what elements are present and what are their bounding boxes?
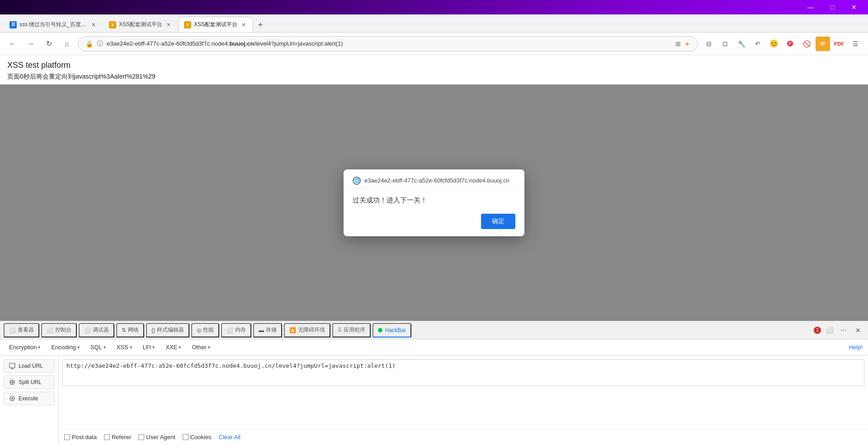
devtools-more-button[interactable]: ⋯	[837, 324, 850, 337]
accessibility-icon: 🔼	[289, 327, 296, 333]
console-label: 控制台	[55, 326, 71, 334]
dialog-overlay: 🌐 e3ae24e2-ebff-477c-a52e-60fcfd5d3f7c.n…	[0, 84, 868, 321]
url-text-bold: buuoj.cn	[230, 40, 254, 47]
dialog-ok-button[interactable]: 确定	[481, 214, 515, 229]
dialog-body: 过关成功！进入下一关！	[344, 189, 524, 214]
forward-button[interactable]: →	[24, 37, 38, 51]
user-agent-checkbox[interactable]	[138, 434, 144, 440]
devtools-tab-memory[interactable]: ⬜ 内存	[221, 323, 251, 337]
referer-checkbox[interactable]	[104, 434, 110, 440]
close-button[interactable]: ✕	[844, 0, 864, 14]
minimize-button[interactable]: —	[800, 0, 821, 14]
devtools-tab-application[interactable]: ⠿ 应用程序	[332, 323, 371, 337]
hackbar-options: Post data Referer User Agent Cookies Cle…	[59, 429, 868, 445]
hackbar-url-area	[59, 356, 868, 429]
url-text-end: /level4?jumpUrl=javascript:alert(1)	[254, 40, 343, 47]
hackbar-menu-other[interactable]: Other ▾	[188, 342, 214, 352]
block-icon[interactable]: 🚫	[799, 37, 814, 51]
hackbar-menu-sql[interactable]: SQL ▾	[87, 342, 109, 352]
hackbar-menu-encryption[interactable]: Encryption ▾	[5, 342, 44, 352]
tab-3[interactable]: X XSS配套测试平台 ✕	[178, 17, 253, 32]
user-agent-label[interactable]: User Agent	[138, 434, 175, 440]
devtools-tab-style[interactable]: {} 样式编辑器	[146, 323, 189, 337]
devtools-tab-storage[interactable]: ▬ 存储	[253, 323, 282, 337]
hackbar-url-input[interactable]	[62, 359, 864, 386]
devtools-tab-network[interactable]: ⇅ 网络	[116, 323, 144, 337]
devtools-tab-hackbar[interactable]: HackBar	[373, 323, 411, 337]
application-icon: ⠿	[338, 327, 342, 333]
referer-label[interactable]: Referer	[104, 434, 131, 440]
url-bar[interactable]: 🔒 ⓘ e3ae24e2-ebff-477c-a52e-60fcfd5d3f7c…	[78, 36, 698, 52]
devtools-tab-console[interactable]: ⬜ 控制台	[41, 323, 77, 337]
network-icon: ⇅	[122, 327, 126, 333]
hackbar-toolbar: Encryption ▾ Encoding ▾ SQL ▾ XSS ▾ LFI …	[0, 339, 868, 356]
hackbar-help[interactable]: Help!	[849, 344, 863, 351]
vpn-icon[interactable]: IP	[816, 37, 830, 51]
cookies-checkbox[interactable]	[183, 434, 189, 440]
maximize-button[interactable]: □	[822, 0, 843, 14]
clear-all-button[interactable]: Clear All	[219, 434, 241, 440]
devtools-tab-performance[interactable]: ◎ 性能	[191, 323, 219, 337]
encryption-label: Encryption	[9, 344, 37, 351]
addressbar: ← → ↻ ⌂ 🔒 ⓘ e3ae24e2-ebff-477c-a52e-60fc…	[0, 33, 868, 55]
lfi-label: LFI	[143, 344, 151, 351]
xxe-label: XXE	[165, 344, 177, 351]
debugger-label: 调试器	[93, 326, 109, 334]
dialog-header: 🌐 e3ae24e2-ebff-477c-a52e-60fcfd5d3f7c.n…	[344, 169, 524, 189]
bookmark-icon: ★	[684, 40, 690, 47]
execute-icon	[9, 395, 16, 402]
split-url-button[interactable]: Split URL	[4, 375, 55, 389]
tab-2[interactable]: X XSS配套测试平台 ✕	[103, 17, 178, 32]
tab-close-2[interactable]: ✕	[165, 21, 172, 28]
history-icon[interactable]: ↶	[750, 37, 765, 51]
pocket-icon[interactable]: 🅟	[783, 37, 797, 51]
url-display: e3ae24e2-ebff-477c-a52e-60fcfd5d3f7c.nod…	[107, 40, 672, 47]
encryption-chevron: ▾	[38, 345, 40, 350]
cookies-label[interactable]: Cookies	[183, 434, 212, 440]
qr-icon: ⊞	[675, 40, 681, 47]
devtools-tabs: ⬜ 查看器 ⬜ 控制台 ⬜ 调试器 ⇅ 网络 {} 样式编辑器 ◎ 性能 ⬜ 内…	[0, 321, 868, 339]
alert-dialog: 🌐 e3ae24e2-ebff-477c-a52e-60fcfd5d3f7c.n…	[344, 169, 524, 236]
page-header: XSS test platform 页面0秒后将会重定向到javascript%…	[0, 55, 868, 84]
storage-icon: ▬	[259, 327, 264, 333]
hackbar-menu-xxe[interactable]: XXE ▾	[162, 342, 184, 352]
new-tab-button[interactable]: +	[253, 18, 268, 32]
post-data-label[interactable]: Post data	[64, 434, 97, 440]
home-button[interactable]: ⌂	[60, 37, 74, 51]
browser-content: 🌐 e3ae24e2-ebff-477c-a52e-60fcfd5d3f7c.n…	[0, 84, 868, 321]
error-badge: 1	[814, 327, 821, 334]
post-data-checkbox[interactable]	[64, 434, 70, 440]
split-view-icon[interactable]: ⊡	[718, 37, 732, 51]
extensions-icon[interactable]: 🔧	[734, 37, 749, 51]
reload-button[interactable]: ↻	[42, 37, 56, 51]
tab-close-1[interactable]: ✕	[90, 21, 97, 28]
titlebar-controls: — □ ✕	[800, 0, 864, 14]
sidebar-icon[interactable]: ⊟	[702, 37, 716, 51]
sql-label: SQL	[90, 344, 102, 351]
post-data-text: Post data	[72, 434, 97, 440]
xss-chevron: ▾	[130, 345, 132, 350]
menu-icon[interactable]: ☰	[848, 37, 863, 51]
load-url-button[interactable]: Load URL	[4, 359, 55, 373]
split-url-icon	[9, 379, 16, 386]
hackbar-menu-lfi[interactable]: LFI ▾	[139, 342, 159, 352]
pdf-icon[interactable]: PDF	[832, 37, 846, 51]
hackbar-label: HackBar	[385, 327, 406, 333]
devtools-tab-elements[interactable]: ⬜ 查看器	[4, 323, 39, 337]
info-icon: ⓘ	[97, 40, 103, 48]
tab-close-3[interactable]: ✕	[240, 21, 247, 28]
devtools-close-button[interactable]: ✕	[852, 324, 864, 337]
hackbar-menu-encoding[interactable]: Encoding ▾	[47, 342, 83, 352]
devtools-dock-button[interactable]: ⬜	[823, 324, 835, 337]
load-url-icon	[9, 362, 16, 370]
devtools-tab-accessibility[interactable]: 🔼 无障碍环境	[284, 323, 330, 337]
tab-1[interactable]: 百 xss 绕过当引号转义_百度搜索 ✕	[4, 17, 103, 32]
svg-rect-0	[9, 363, 15, 368]
back-button[interactable]: ←	[5, 37, 20, 51]
xxe-chevron: ▾	[179, 345, 181, 350]
execute-button[interactable]: Execute	[4, 392, 55, 405]
xss-label: XSS	[117, 344, 128, 351]
hackbar-menu-xss[interactable]: XSS ▾	[113, 342, 136, 352]
devtools-tab-debugger[interactable]: ⬜ 调试器	[79, 323, 114, 337]
user-icon[interactable]: 😊	[767, 37, 781, 51]
